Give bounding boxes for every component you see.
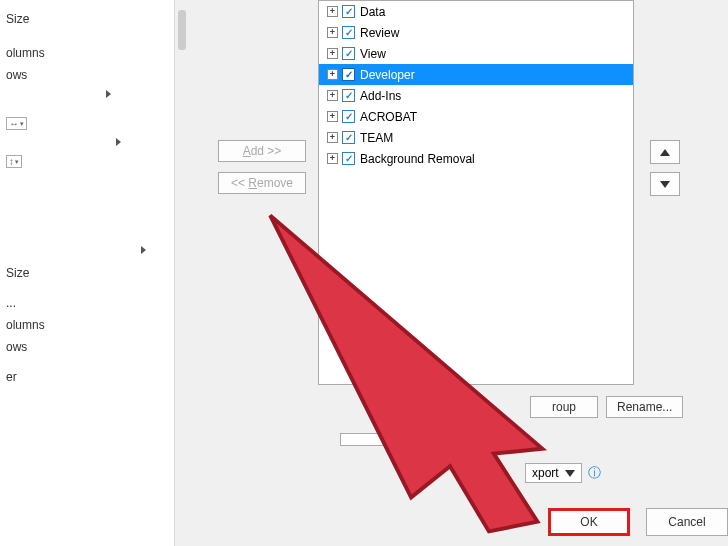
tree-item-data[interactable]: + Data [319,1,633,22]
triangle-down-icon [660,181,670,188]
cancel-button[interactable]: Cancel [646,508,728,536]
tree-label: Add-Ins [360,89,401,103]
main-tabs-tree[interactable]: + Data + Review + View + Developer + Add… [318,0,634,385]
expand-icon[interactable]: + [327,90,338,101]
list-item-expandable[interactable] [4,242,170,258]
tree-label: Data [360,5,385,19]
triangle-up-icon [660,149,670,156]
list-item-expandable[interactable] [4,134,170,150]
tree-item-addins[interactable]: + Add-Ins [319,85,633,106]
chevron-down-icon [383,436,393,443]
info-icon[interactable]: ⓘ [588,464,601,482]
expand-arrow-icon [141,246,146,254]
list-item[interactable]: ↕▾ [4,150,170,172]
import-export-dropdown[interactable]: xport [525,463,582,483]
tree-item-acrobat[interactable]: + ACROBAT [319,106,633,127]
list-item[interactable]: olumns [4,42,170,64]
expand-icon[interactable]: + [327,69,338,80]
expand-icon[interactable]: + [327,111,338,122]
list-item[interactable]: olumns [4,314,170,336]
list-item[interactable]: ↔▾ [4,112,170,134]
move-up-button[interactable] [650,140,680,164]
checkbox[interactable] [342,47,355,60]
tree-label: ACROBAT [360,110,417,124]
tree-label: Background Removal [360,152,475,166]
list-item[interactable]: ows [4,64,170,86]
tree-item-view[interactable]: + View [319,43,633,64]
info-icon[interactable]: ⓘ [406,430,419,448]
tree-label: TEAM [360,131,393,145]
tree-label: Developer [360,68,415,82]
expand-icon[interactable]: + [327,6,338,17]
checkbox[interactable] [342,26,355,39]
reset-dropdown[interactable] [340,433,400,446]
expand-arrow-icon [106,90,111,98]
tree-item-developer[interactable]: + Developer [319,64,633,85]
rename-button[interactable]: Rename... [606,396,683,418]
checkbox[interactable] [342,131,355,144]
remove-button[interactable]: << Remove [218,172,306,194]
new-group-button[interactable]: roup [530,396,598,418]
chevron-down-icon [565,470,575,477]
expand-icon[interactable]: + [327,48,338,59]
list-item[interactable]: Size [4,262,170,284]
expand-arrow-icon [116,138,121,146]
list-item[interactable]: Size [4,8,170,30]
move-down-button[interactable] [650,172,680,196]
expand-icon[interactable]: + [327,153,338,164]
scrollbar-thumb[interactable] [178,10,186,50]
checkbox[interactable] [342,152,355,165]
expand-icon[interactable]: + [327,27,338,38]
ok-button[interactable]: OK [548,508,630,536]
expand-icon[interactable]: + [327,132,338,143]
tree-item-review[interactable]: + Review [319,22,633,43]
list-item[interactable]: ... [4,292,170,314]
checkbox[interactable] [342,68,355,81]
left-command-list[interactable]: Size olumns ows ↔▾ ↕▾ Size ... olumns ow… [0,0,175,546]
list-item[interactable]: er [4,366,170,388]
tree-label: Review [360,26,399,40]
tree-label: View [360,47,386,61]
height-icon: ↕▾ [6,155,22,168]
checkbox[interactable] [342,110,355,123]
list-item-expandable[interactable] [4,86,170,102]
list-item[interactable]: ows [4,336,170,358]
width-icon: ↔▾ [6,117,27,130]
checkbox[interactable] [342,89,355,102]
tree-item-team[interactable]: + TEAM [319,127,633,148]
tree-item-background-removal[interactable]: + Background Removal [319,148,633,169]
checkbox[interactable] [342,5,355,18]
add-button[interactable]: Add >> [218,140,306,162]
